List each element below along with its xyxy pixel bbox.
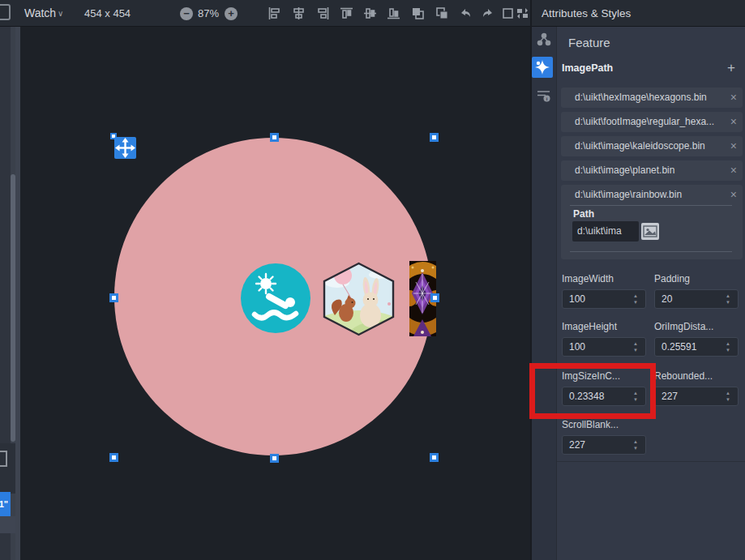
field-label: Rebounded...: [654, 370, 739, 382]
panel-tab-rail: i: [532, 27, 556, 560]
field-input[interactable]: 227 ▲▼: [654, 387, 739, 406]
panel-header-title: Attributes & Styles: [542, 0, 631, 27]
divider: [570, 205, 732, 206]
imagepath-row-text: d:\uikt\image\planet.bin: [575, 165, 674, 176]
imagepath-row[interactable]: d:\uikt\footImage\regular_hexa... ×: [561, 112, 743, 132]
imagepath-row-text: d:\uikt\hexImage\hexagons.bin: [575, 92, 707, 103]
field-input[interactable]: 100 ▲▼: [562, 289, 646, 309]
spinner[interactable]: ▲▼: [726, 388, 734, 404]
imagepath-label: ImagePath: [562, 62, 613, 74]
zoom-level: 87%: [198, 0, 219, 27]
field-input[interactable]: 227 ▲▼: [562, 435, 646, 455]
close-icon[interactable]: ×: [730, 185, 737, 205]
align-bottom-icon[interactable]: [387, 6, 400, 20]
field-label: Padding: [654, 273, 739, 284]
swimmer-sun-icon: [241, 263, 310, 333]
field-scrollblank: ScrollBlank... 227 ▲▼: [562, 419, 646, 430]
highlight-red-box: [529, 363, 656, 419]
add-imagepath-button[interactable]: +: [727, 60, 735, 76]
field-padding: Padding 20 ▲▼: [654, 273, 739, 284]
spinner[interactable]: ▲▼: [726, 339, 734, 355]
bring-forward-icon[interactable]: [411, 6, 425, 20]
image-picker-button[interactable]: [641, 223, 659, 240]
attributes-panel: Feature ImagePath + d:\uikt\hexImage\hex…: [556, 27, 745, 560]
left-dock-blue-chip[interactable]: 1": [0, 492, 11, 516]
align-center-horizontal-icon[interactable]: [292, 6, 306, 20]
imagepath-row-text: d:\uikt\footImage\regular_hexa...: [575, 116, 714, 127]
field-label: ScrollBlank...: [562, 419, 646, 430]
zoom-in-button[interactable]: +: [225, 7, 238, 20]
align-middle-vertical-icon[interactable]: [363, 6, 377, 20]
picture-icon: [641, 223, 659, 240]
field-input[interactable]: 0.25591 ▲▼: [654, 337, 739, 357]
left-dock-tool-button[interactable]: [0, 451, 7, 467]
selection-handle-bottom-right[interactable]: [430, 453, 439, 462]
selection-handle-middle-right[interactable]: [430, 293, 439, 302]
send-backward-icon[interactable]: [435, 6, 449, 20]
panel-divider: [530, 0, 532, 560]
canvas-size-label: 454 x 454: [84, 0, 131, 27]
zoom-out-button[interactable]: −: [180, 7, 193, 20]
left-dock-grey-block: [0, 516, 15, 533]
close-icon[interactable]: ×: [730, 88, 737, 108]
selection-handle-middle-left[interactable]: [109, 293, 118, 302]
move-widget-button[interactable]: [114, 137, 136, 159]
path-field-label: Path: [573, 208, 594, 220]
spinner[interactable]: ▲▼: [633, 339, 641, 355]
close-icon[interactable]: ×: [730, 112, 737, 132]
field-label: ImageHeight: [562, 321, 646, 332]
top-toolbar: Watch ∨ 454 x 454 − 87% +: [0, 0, 745, 27]
field-input[interactable]: 20 ▲▼: [654, 289, 739, 309]
chevron-down-icon[interactable]: ∨: [58, 0, 63, 27]
field-rebounded: Rebounded... 227 ▲▼: [654, 370, 739, 382]
redo-icon[interactable]: [481, 6, 495, 20]
feature-star-icon: [532, 57, 553, 78]
close-icon[interactable]: ×: [730, 136, 737, 156]
spinner[interactable]: ▲▼: [633, 437, 641, 453]
selection-handle-bottom-left[interactable]: [109, 453, 118, 462]
align-left-icon[interactable]: [268, 6, 281, 20]
swim-icon-widget[interactable]: [241, 263, 310, 333]
undo-icon[interactable]: [459, 6, 473, 20]
selection-handle-top-right[interactable]: [430, 133, 439, 142]
transform-icon[interactable]: [516, 6, 529, 20]
app-window: Watch ∨ 454 x 454 − 87% +: [0, 0, 745, 560]
align-right-icon[interactable]: [316, 6, 330, 20]
spinner[interactable]: ▲▼: [726, 291, 734, 307]
close-icon[interactable]: ×: [730, 160, 737, 181]
section-title: Feature: [568, 36, 610, 49]
field-label: OriImgDista...: [654, 321, 739, 332]
imagepath-row-text: d:\uikt\image\kaleidoscope.bin: [575, 140, 705, 152]
imagepath-row[interactable]: d:\uikt\image\planet.bin ×: [561, 160, 743, 181]
design-canvas[interactable]: [20, 27, 530, 560]
tab-feature-active[interactable]: [532, 57, 553, 78]
selection-handle-top-center[interactable]: [270, 133, 279, 142]
tab-form-info[interactable]: i: [536, 88, 551, 107]
imagepath-row-expanded[interactable]: d:\uikt\image\rainbow.bin × Path d:\uikt…: [561, 185, 743, 259]
selection-handle-bottom-center[interactable]: [270, 454, 279, 463]
squirrel-rabbit-illustration: [321, 262, 396, 336]
imagepath-row[interactable]: d:\uikt\image\kaleidoscope.bin ×: [561, 136, 743, 156]
cutoff-tool-button[interactable]: [0, 4, 11, 20]
field-oriimgdistance: OriImgDista... 0.25591 ▲▼: [654, 321, 739, 332]
field-imageheight: ImageHeight 100 ▲▼: [562, 321, 646, 332]
tab-hierarchy[interactable]: [537, 32, 551, 50]
list-info-icon: i: [536, 88, 551, 104]
field-input[interactable]: 100 ▲▼: [562, 337, 646, 357]
imagepath-row[interactable]: d:\uikt\hexImage\hexagons.bin ×: [561, 88, 743, 108]
hexagon-image-widget[interactable]: [321, 262, 396, 340]
path-input[interactable]: d:\uikt\ima: [572, 221, 639, 242]
field-imagewidth: ImageWidth 100 ▲▼: [562, 273, 646, 284]
hierarchy-icon: [537, 32, 551, 47]
device-selector[interactable]: Watch: [24, 0, 56, 27]
field-label: ImageWidth: [562, 273, 646, 284]
align-top-icon[interactable]: [340, 6, 353, 20]
divider: [557, 461, 745, 462]
marquee-icon[interactable]: [501, 6, 515, 20]
imagepath-row-text: d:\uikt\image\rainbow.bin: [575, 185, 729, 205]
divider: [570, 251, 732, 252]
move-icon: [114, 137, 136, 159]
spinner[interactable]: ▲▼: [633, 291, 641, 307]
